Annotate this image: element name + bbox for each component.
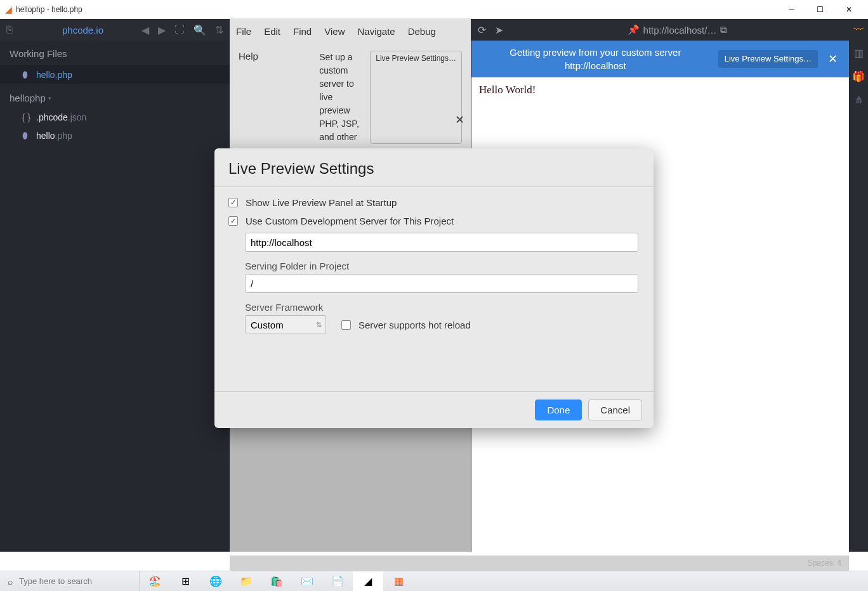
gift-icon[interactable]: 🎁 xyxy=(852,70,865,82)
window-controls: ─ ☐ ✕ xyxy=(777,0,863,19)
search-icon: ⌕ xyxy=(8,576,13,587)
cancel-button[interactable]: Cancel xyxy=(588,399,642,420)
help-close-icon[interactable]: ✕ xyxy=(455,113,464,127)
preview-url-text: http://localhost/… xyxy=(643,25,717,36)
chevron-down-icon: ▾ xyxy=(48,95,51,101)
serving-folder-field-wrap xyxy=(245,274,640,293)
menu-find[interactable]: Find xyxy=(293,26,312,37)
framework-select[interactable]: Custom xyxy=(245,315,326,334)
sidebar-nav-icons: ◀ ▶ ⛶ 🔍 ⇅ xyxy=(141,24,223,36)
dialog-title: Live Preview Settings xyxy=(214,148,654,186)
use-custom-server-label: Use Custom Development Server for This P… xyxy=(246,216,454,226)
taskbar-search[interactable]: ⌕ Type here to search xyxy=(0,571,140,591)
banner-settings-button[interactable]: Live Preview Settings… xyxy=(718,50,818,68)
taskbar-news-icon[interactable]: 🏖️ xyxy=(140,571,170,591)
show-at-startup-checkbox[interactable]: ✓ xyxy=(228,198,238,207)
taskbar-mail-icon[interactable]: ✉️ xyxy=(292,571,322,591)
help-label: Help xyxy=(239,51,313,144)
help-toast-text: Set up a custom server to live preview P… xyxy=(319,51,364,144)
sidebar-toolbar: ⎘ phcode.io ◀ ▶ ⛶ 🔍 ⇅ xyxy=(0,19,230,41)
nav-forward-icon[interactable]: ▶ xyxy=(158,24,166,36)
dialog-body: ✓ Show Live Preview Panel at Startup ✓ U… xyxy=(214,186,654,391)
live-preview-icon[interactable]: 〰 xyxy=(853,24,864,36)
navigate-icon[interactable]: ➤ xyxy=(495,24,503,36)
dialog-footer: Done Cancel xyxy=(214,391,654,428)
app-logo-icon: ◢ xyxy=(5,4,12,15)
use-custom-server-checkbox[interactable]: ✓ xyxy=(228,216,238,226)
right-gutter: 〰 ▥ 🎁 ⋔ xyxy=(849,19,868,552)
menu-file[interactable]: File xyxy=(236,26,251,37)
project-header[interactable]: hellophp ▾ xyxy=(0,84,230,108)
maximize-button[interactable]: ☐ xyxy=(806,0,834,19)
nav-back-icon[interactable]: ◀ xyxy=(141,24,149,36)
help-toast: Help Set up a custom server to live prev… xyxy=(230,43,471,152)
title-bar: ◢ hellophp - hello.php ─ ☐ ✕ xyxy=(0,0,868,19)
taskbar-notes-icon[interactable]: 📄 xyxy=(322,571,353,591)
sidebar: ⎘ phcode.io ◀ ▶ ⛶ 🔍 ⇅ Working Files ⬮ he… xyxy=(0,19,230,552)
file-tree-item[interactable]: ⬮ hello.php xyxy=(0,126,230,145)
menu-debug[interactable]: Debug xyxy=(408,26,436,37)
working-file-item[interactable]: ⬮ hello.php xyxy=(0,65,230,84)
hot-reload-label: Server supports hot reload xyxy=(358,320,471,330)
framework-row: Custom ✓ Server supports hot reload xyxy=(245,315,640,334)
close-button[interactable]: ✕ xyxy=(834,0,863,19)
server-url-input[interactable] xyxy=(245,233,638,252)
file-name: .phcode.json xyxy=(36,112,86,122)
taskbar-explorer-icon[interactable]: 📁 xyxy=(231,571,261,591)
hot-reload-checkbox[interactable]: ✓ xyxy=(341,320,351,330)
checkbox-row-startup: ✓ Show Live Preview Panel at Startup xyxy=(228,193,640,212)
menu-bar: File Edit Find View Navigate Debug xyxy=(230,19,471,43)
windows-taskbar: ⌕ Type here to search 🏖️ ⊞ 🌐 📁 🛍️ ✉️ 📄 ◢… xyxy=(0,571,868,591)
working-files-header: Working Files xyxy=(0,41,230,65)
help-settings-button[interactable]: Live Preview Settings… xyxy=(370,51,462,144)
taskbar-phoenix-icon[interactable]: ◢ xyxy=(353,571,383,591)
server-url-field-wrap xyxy=(245,233,640,252)
hot-reload-row: ✓ Server supports hot reload xyxy=(341,320,471,330)
serving-folder-input[interactable] xyxy=(245,274,638,293)
taskbar-taskview-icon[interactable]: ⊞ xyxy=(170,571,201,591)
working-file-name: hello.php xyxy=(36,70,72,80)
menu-edit[interactable]: Edit xyxy=(264,26,280,37)
status-bar: Spaces: 4 xyxy=(230,555,849,571)
show-at-startup-label: Show Live Preview Panel at Startup xyxy=(246,197,397,208)
menu-navigate[interactable]: Navigate xyxy=(357,26,395,37)
done-button[interactable]: Done xyxy=(535,399,582,420)
taskbar-icons: 🏖️ ⊞ 🌐 📁 🛍️ ✉️ 📄 ◢ ▦ xyxy=(140,571,414,591)
project-link[interactable]: phcode.io xyxy=(24,25,141,36)
taskbar-store-icon[interactable]: 🛍️ xyxy=(261,571,292,591)
preview-banner: Getting preview from your custom server … xyxy=(471,41,849,77)
framework-select-value: Custom xyxy=(251,320,284,330)
banner-line2: http://localhost xyxy=(480,59,711,72)
banner-line1: Getting preview from your custom server xyxy=(480,46,711,59)
project-icon[interactable]: ⎘ xyxy=(6,24,18,36)
pin-icon: 📌 xyxy=(628,24,640,36)
file-name: hello.php xyxy=(36,131,72,141)
taskbar-search-placeholder: Type here to search xyxy=(19,576,92,586)
preview-toolbar: ⟳ ➤ 📌 http://localhost/… ⧉ xyxy=(471,19,849,41)
taskbar-edge-icon[interactable]: 🌐 xyxy=(201,571,231,591)
preview-banner-text: Getting preview from your custom server … xyxy=(480,46,711,72)
search-icon[interactable]: 🔍 xyxy=(194,24,206,36)
live-preview-settings-dialog: Live Preview Settings ✓ Show Live Previe… xyxy=(214,148,654,428)
window-title: hellophp - hello.php xyxy=(16,5,777,14)
binoculars-icon[interactable]: ⛶ xyxy=(174,24,185,36)
minimize-button[interactable]: ─ xyxy=(777,0,806,19)
project-name-label: hellophp xyxy=(10,93,46,103)
file-tree-item[interactable]: { } .phcode.json xyxy=(0,108,230,126)
share-icon[interactable]: ⋔ xyxy=(855,94,863,106)
json-file-icon: { } xyxy=(22,112,31,122)
taskbar-xampp-icon[interactable]: ▦ xyxy=(383,571,414,591)
popout-icon: ⧉ xyxy=(720,24,727,36)
serving-folder-label: Serving Folder in Project xyxy=(245,261,640,271)
banner-close-icon[interactable]: ✕ xyxy=(825,52,840,66)
status-spaces[interactable]: Spaces: 4 xyxy=(808,559,841,568)
reload-icon[interactable]: ⟳ xyxy=(478,24,486,36)
php-file-icon: ⬮ xyxy=(22,69,31,80)
preview-url[interactable]: 📌 http://localhost/… ⧉ xyxy=(512,24,843,36)
sort-icon[interactable]: ⇅ xyxy=(215,24,223,36)
checkbox-row-custom-server: ✓ Use Custom Development Server for This… xyxy=(228,212,640,230)
menu-view[interactable]: View xyxy=(324,26,345,37)
framework-label: Server Framework xyxy=(245,302,640,313)
php-file-icon: ⬮ xyxy=(22,130,31,141)
extensions-icon[interactable]: ▥ xyxy=(854,47,864,59)
